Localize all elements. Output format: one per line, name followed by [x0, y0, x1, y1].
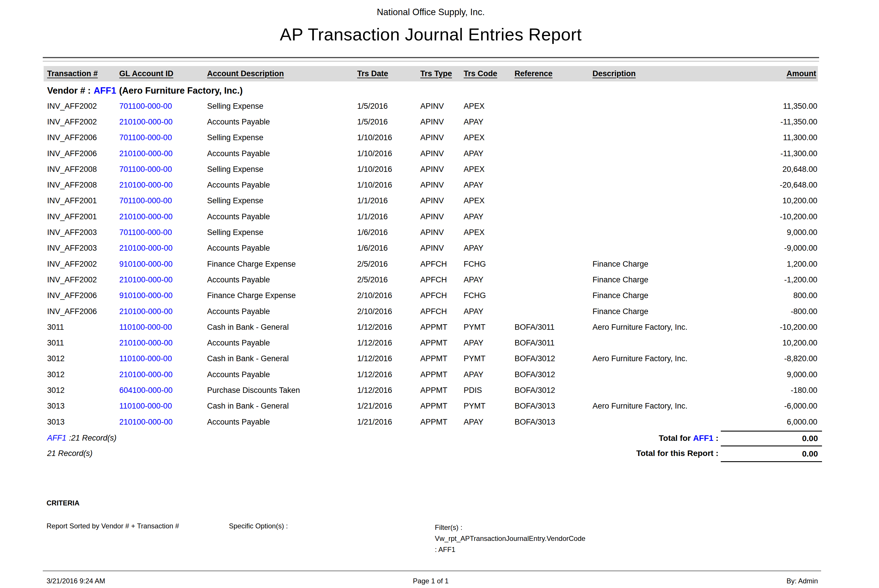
cell-account-description: Selling Expense — [207, 196, 357, 205]
cell-transaction-number: INV_AFF2001 — [47, 212, 119, 221]
cell-gl-account-link[interactable]: 910100-000-00 — [119, 260, 207, 269]
cell-transaction-number: INV_AFF2002 — [47, 275, 119, 284]
cell-trs-type: APPMT — [420, 418, 464, 427]
cell-trs-type: APPMT — [420, 402, 464, 411]
table-row: INV_AFF2003 701100-000-00 Selling Expens… — [47, 225, 818, 240]
table-row: 3013 110100-000-00 Cash in Bank - Genera… — [47, 398, 818, 414]
cell-amount: -8,820.00 — [727, 354, 818, 363]
cell-trs-code: FCHG — [464, 291, 514, 300]
total-for-prefix: Total for — [659, 434, 691, 443]
cell-amount: -10,200.00 — [727, 212, 818, 221]
cell-trs-code: APAY — [464, 212, 514, 221]
cell-trs-date: 1/1/2016 — [357, 212, 420, 221]
cell-gl-account-link[interactable]: 701100-000-00 — [119, 102, 207, 111]
cell-trs-type: APINV — [420, 102, 464, 111]
cell-amount: 11,350.00 — [727, 102, 818, 111]
cell-transaction-number: INV_AFF2008 — [47, 165, 119, 174]
cell-trs-type: APFCH — [420, 275, 464, 284]
cell-gl-account-link[interactable]: 210100-000-00 — [119, 117, 207, 126]
criteria-specific-options-label: Specific Option(s) : — [229, 522, 288, 530]
cell-trs-code: PDIS — [464, 386, 514, 395]
cell-gl-account-link[interactable]: 110100-000-00 — [119, 354, 207, 363]
cell-trs-code: APAY — [464, 244, 514, 253]
cell-trs-type: APFCH — [420, 291, 464, 300]
table-row: INV_AFF2006 910100-000-00 Finance Charge… — [47, 288, 818, 304]
cell-amount: -6,000.00 — [727, 402, 818, 411]
cell-account-description: Accounts Payable — [207, 370, 357, 379]
cell-gl-account-link[interactable]: 210100-000-00 — [119, 275, 207, 284]
cell-gl-account-link[interactable]: 701100-000-00 — [119, 196, 207, 205]
table-row: 3012 604100-000-00 Purchase Discounts Ta… — [47, 382, 818, 398]
cell-gl-account-link[interactable]: 110100-000-00 — [119, 402, 207, 411]
column-header-trs-type: Trs Type — [420, 69, 464, 78]
cell-reference: BOFA/3011 — [514, 339, 592, 348]
cell-trs-code: APEX — [464, 133, 514, 142]
cell-gl-account-link[interactable]: 210100-000-00 — [119, 307, 207, 316]
cell-trs-type: APPMT — [420, 386, 464, 395]
cell-gl-account-link[interactable]: 210100-000-00 — [119, 418, 207, 427]
cell-gl-account-link[interactable]: 604100-000-00 — [119, 386, 207, 395]
cell-amount: 800.00 — [727, 291, 818, 300]
cell-trs-type: APINV — [420, 149, 464, 158]
cell-trs-date: 1/12/2016 — [357, 370, 420, 379]
cell-amount: -10,200.00 — [727, 323, 818, 332]
cell-gl-account-link[interactable]: 210100-000-00 — [119, 244, 207, 253]
cell-amount: 9,000.00 — [727, 370, 818, 379]
cell-transaction-number: INV_AFF2006 — [47, 149, 119, 158]
cell-trs-code: APEX — [464, 102, 514, 111]
cell-account-description: Selling Expense — [207, 102, 357, 111]
cell-transaction-number: INV_AFF2006 — [47, 307, 119, 316]
cell-account-description: Cash in Bank - General — [207, 402, 357, 411]
cell-amount: 10,200.00 — [727, 196, 818, 205]
cell-trs-type: APPMT — [420, 323, 464, 332]
cell-gl-account-link[interactable]: 210100-000-00 — [119, 339, 207, 348]
criteria-filters-label: Filter(s) : — [435, 522, 585, 533]
cell-description: Finance Charge — [592, 291, 727, 300]
title-separator-light — [43, 61, 819, 62]
table-row: INV_AFF2006 210100-000-00 Accounts Payab… — [47, 146, 818, 161]
cell-gl-account-link[interactable]: 701100-000-00 — [119, 133, 207, 142]
cell-gl-account-link[interactable]: 210100-000-00 — [119, 370, 207, 379]
cell-account-description: Accounts Payable — [207, 181, 357, 190]
table-header-row: Transaction # GL Account ID Account Desc… — [44, 66, 818, 81]
cell-account-description: Purchase Discounts Taken — [207, 386, 357, 395]
cell-account-description: Accounts Payable — [207, 339, 357, 348]
criteria-filters: Filter(s) : Vw_rpt_APTransactionJournalE… — [435, 522, 585, 555]
report-page: National Office Supply, Inc. AP Transact… — [0, 0, 879, 588]
cell-trs-date: 1/12/2016 — [357, 323, 420, 332]
cell-transaction-number: INV_AFF2002 — [47, 117, 119, 126]
total-for-vendor-label: Total forAFF1: — [524, 430, 718, 446]
cell-description: Finance Charge — [592, 260, 727, 269]
criteria-heading: CRITERIA — [46, 499, 80, 507]
total-report-amount: 0.00 — [721, 446, 822, 462]
cell-trs-code: APEX — [464, 165, 514, 174]
table-row: INV_AFF2002 210100-000-00 Accounts Payab… — [47, 114, 818, 130]
cell-gl-account-link[interactable]: 210100-000-00 — [119, 212, 207, 221]
column-header-trs-date: Trs Date — [357, 69, 420, 78]
cell-gl-account-link[interactable]: 701100-000-00 — [119, 228, 207, 237]
table-row: 3011 110100-000-00 Cash in Bank - Genera… — [47, 319, 818, 335]
cell-gl-account-link[interactable]: 701100-000-00 — [119, 165, 207, 174]
cell-trs-date: 1/5/2016 — [357, 102, 420, 111]
vendor-code-link[interactable]: AFF1 — [94, 86, 116, 96]
cell-trs-type: APINV — [420, 244, 464, 253]
cell-transaction-number: INV_AFF2002 — [47, 260, 119, 269]
cell-trs-code: APAY — [464, 149, 514, 158]
cell-trs-code: APEX — [464, 196, 514, 205]
vendor-group-heading: Vendor # :AFF1(Aero Furniture Factory, I… — [47, 86, 243, 96]
column-header-description: Description — [592, 69, 727, 78]
cell-trs-code: APAY — [464, 418, 514, 427]
cell-gl-account-link[interactable]: 210100-000-00 — [119, 149, 207, 158]
cell-amount: -180.00 — [727, 386, 818, 395]
cell-trs-date: 1/21/2016 — [357, 418, 420, 427]
cell-gl-account-link[interactable]: 210100-000-00 — [119, 181, 207, 190]
cell-transaction-number: INV_AFF2003 — [47, 228, 119, 237]
cell-trs-date: 1/10/2016 — [357, 133, 420, 142]
cell-gl-account-link[interactable]: 910100-000-00 — [119, 291, 207, 300]
footer-separator — [43, 570, 821, 572]
total-vendor-amount: 0.00 — [721, 432, 822, 446]
table-row: INV_AFF2002 910100-000-00 Finance Charge… — [47, 256, 818, 272]
cell-gl-account-link[interactable]: 110100-000-00 — [119, 323, 207, 332]
cell-trs-type: APFCH — [420, 260, 464, 269]
cell-trs-date: 1/12/2016 — [357, 386, 420, 395]
